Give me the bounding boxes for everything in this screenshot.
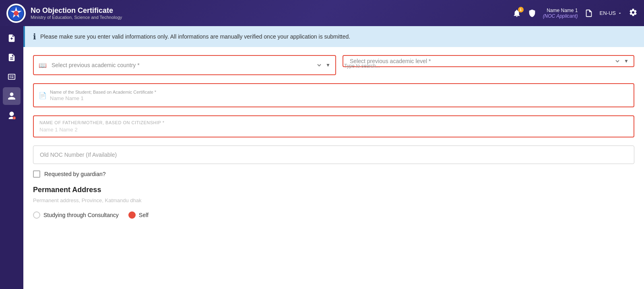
sidebar-item-doc-add[interactable] [3,29,21,47]
app-subtitle: Ministry of Education, Science and Techn… [31,15,122,20]
self-label: Self [139,212,149,218]
student-name-field[interactable]: 📄 Name of the Student; Based on Academic… [33,83,634,107]
guardian-checkbox-row: Requested by guardian? [33,170,634,178]
app-logo [6,4,26,23]
main-content: ℹ Please make sure you enter valid infor… [23,26,644,289]
user-info: Name Name 1 (NOC Applicant) [543,8,578,19]
study-mode-radio-row: Studying through Consultancy Self [33,211,634,219]
app-title: No Objection Certificate [31,6,122,15]
student-name-inner: Name of the Student; Based on Academic C… [50,90,629,101]
self-radio-item[interactable]: Self [128,211,149,219]
student-name-value: Name Name 1 [50,95,629,101]
permanent-address-value: Permanent address, Province, Katmandu dh… [33,197,634,203]
sidebar-item-doc-list[interactable] [3,49,21,66]
father-mother-value: Name 1 Name 2 [39,127,628,133]
consultancy-radio-item[interactable]: Studying through Consultancy [33,211,119,219]
self-radio-circle[interactable] [128,211,136,219]
consultancy-label: Studying through Consultancy [43,212,119,218]
search-hint: Type to search... [343,63,634,69]
app-header: No Objection Certificate Ministry of Edu… [0,0,644,26]
user-name: Name Name 1 [543,8,578,13]
form-area: 📖 Select previous academic country * ▼ S… [23,47,644,289]
father-mother-label: NAME OF FATHER/MOTHER, BASED ON CITIZENS… [39,120,628,125]
header-right-section: 1 Name Name 1 (NOC Applicant) EN-US [512,8,638,19]
student-doc-icon: 📄 [39,92,47,99]
notification-badge: 1 [518,7,524,12]
academic-country-dropdown[interactable]: 📖 Select previous academic country * ▼ [33,55,336,75]
language-label: EN-US [600,10,616,16]
sidebar-item-doc-id[interactable] [3,68,21,86]
info-banner-text: Please make sure you enter valid informa… [40,33,350,40]
user-role: (NOC Applicant) [543,13,578,19]
academic-fields-row: 📖 Select previous academic country * ▼ S… [33,55,634,75]
guardian-label: Requested by guardian? [44,171,106,177]
shield-icon-button[interactable] [528,9,537,18]
country-dropdown-arrow: ▼ [326,62,330,68]
svg-point-3 [14,11,19,16]
permanent-address-title: Permanent Address [33,186,634,194]
settings-icon[interactable] [629,8,638,18]
noc-number-field[interactable]: Old NOC Number (If Available) [33,146,634,164]
noc-placeholder-text: Old NOC Number (If Available) [40,152,117,158]
header-title-block: No Objection Certificate Ministry of Edu… [31,6,122,20]
notification-button[interactable]: 1 [512,9,521,18]
info-banner: ℹ Please make sure you enter valid infor… [23,26,644,47]
academic-country-select[interactable]: Select previous academic country * [50,61,322,69]
father-mother-field[interactable]: NAME OF FATHER/MOTHER, BASED ON CITIZENS… [33,115,634,137]
main-layout: 2 ℹ Please make sure you enter valid inf… [0,26,644,289]
sidebar-item-person[interactable]: 2 [3,107,21,124]
book-icon: 📖 [39,61,47,69]
language-button[interactable]: EN-US [600,10,622,16]
consultancy-radio-circle[interactable] [33,211,40,219]
guardian-checkbox[interactable] [33,170,40,178]
student-name-label: Name of the Student; Based on Academic C… [50,90,629,94]
info-icon: ℹ [33,32,36,41]
sidebar: 2 [0,26,23,289]
sidebar-item-user[interactable] [3,87,21,105]
svg-text:2: 2 [14,117,15,119]
document-icon[interactable] [584,9,593,18]
